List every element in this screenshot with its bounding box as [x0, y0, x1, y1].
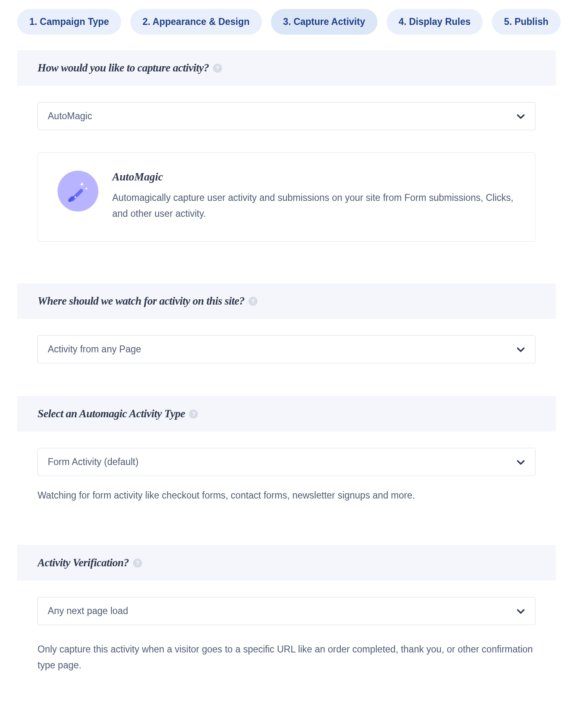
help-icon[interactable]: ?	[213, 64, 222, 73]
section-title: Select an Automagic Activity Type	[38, 407, 185, 420]
wizard-tab-step-5[interactable]: 5. Publish	[492, 9, 561, 35]
wizard-tab-step-3[interactable]: 3. Capture Activity	[271, 9, 378, 35]
section-title: Where should we watch for activity on th…	[38, 295, 244, 307]
section-header-verification: Activity Verification? ?	[17, 545, 556, 581]
select-value: AutoMagic	[48, 111, 92, 122]
select-value: Form Activity (default)	[48, 456, 138, 468]
info-card-title: AutoMagic	[112, 171, 515, 183]
wizard-tabs: 1. Campaign Type2. Appearance & Design3.…	[17, 9, 556, 35]
activity-type-select[interactable]: Form Activity (default)	[38, 448, 535, 476]
wand-icon	[58, 171, 98, 211]
info-card-description: Automagically capture user activity and …	[112, 190, 515, 222]
wizard-tab-step-1[interactable]: 1. Campaign Type	[17, 9, 121, 35]
section-header-capture: How would you like to capture activity? …	[17, 50, 556, 86]
help-icon[interactable]: ?	[133, 559, 142, 568]
section-title: How would you like to capture activity?	[38, 62, 209, 74]
chevron-down-icon	[515, 111, 526, 122]
select-value: Any next page load	[48, 606, 128, 617]
section-header-watch: Where should we watch for activity on th…	[17, 283, 556, 319]
verification-helper: Only capture this activity when a visito…	[38, 641, 535, 673]
section-title: Activity Verification?	[38, 557, 129, 569]
wizard-tab-step-2[interactable]: 2. Appearance & Design	[130, 9, 262, 35]
help-icon[interactable]: ?	[189, 410, 198, 419]
watch-location-select[interactable]: Activity from any Page	[38, 335, 535, 363]
activity-type-helper: Watching for form activity like checkout…	[38, 488, 535, 503]
chevron-down-icon	[515, 344, 526, 355]
section-header-activity-type: Select an Automagic Activity Type ?	[17, 396, 556, 432]
chevron-down-icon	[515, 606, 526, 617]
wizard-tab-step-4[interactable]: 4. Display Rules	[386, 9, 483, 35]
capture-method-select[interactable]: AutoMagic	[38, 102, 535, 130]
capture-method-info-card: AutoMagic Automagically capture user act…	[38, 152, 535, 242]
select-value: Activity from any Page	[48, 344, 141, 355]
verification-select[interactable]: Any next page load	[38, 597, 535, 625]
chevron-down-icon	[515, 457, 526, 468]
help-icon[interactable]: ?	[249, 297, 258, 306]
